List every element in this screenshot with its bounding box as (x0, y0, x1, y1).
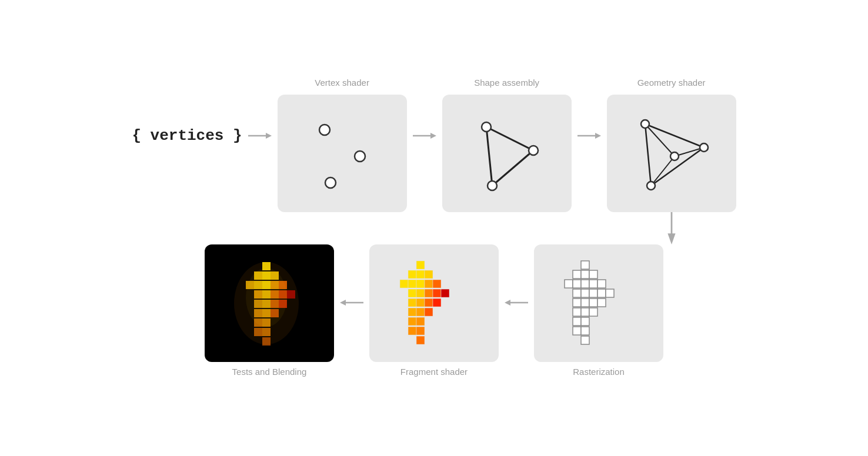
svg-rect-59 (416, 270, 425, 279)
svg-rect-103 (573, 308, 581, 316)
tests-blending-label: Tests and Blending (232, 367, 307, 377)
svg-line-15 (645, 124, 704, 147)
arrow-vertices-to-vertex-shader (242, 127, 278, 162)
svg-rect-77 (425, 308, 433, 316)
svg-rect-62 (408, 280, 416, 288)
svg-rect-68 (425, 289, 433, 297)
svg-rect-88 (589, 270, 597, 279)
svg-rect-87 (581, 270, 589, 279)
arrow-down-wrapper (607, 212, 736, 244)
svg-rect-57 (416, 261, 425, 269)
svg-marker-1 (266, 133, 272, 139)
shape-assembly-diagram (454, 103, 560, 203)
shape-assembly-stage: Shape assembly (442, 78, 572, 212)
fragment-shader-stage: Fragment shader (369, 244, 499, 379)
rasterization-stage: Rasterization (534, 244, 663, 379)
svg-rect-72 (416, 299, 425, 307)
svg-rect-94 (573, 289, 581, 297)
svg-rect-63 (416, 280, 425, 288)
shape-assembly-label: Shape assembly (474, 78, 539, 88)
svg-rect-80 (408, 327, 416, 335)
svg-rect-90 (573, 280, 581, 288)
pipeline-container: { vertices } Vertex shader (108, 66, 759, 391)
svg-rect-73 (425, 299, 433, 307)
vertex-shader-diagram (289, 103, 395, 203)
svg-rect-100 (581, 299, 589, 307)
svg-point-54 (246, 268, 287, 327)
svg-rect-71 (408, 299, 416, 307)
svg-rect-106 (573, 317, 581, 326)
svg-rect-85 (581, 261, 589, 269)
svg-point-10 (482, 122, 491, 132)
svg-point-12 (488, 181, 497, 190)
vertex-shader-label: Vertex shader (315, 78, 369, 88)
vertex-shader-stage: Vertex shader (278, 78, 407, 212)
svg-marker-56 (340, 300, 346, 306)
svg-rect-69 (433, 289, 441, 297)
arrow-raster-to-fragment (499, 294, 534, 329)
svg-rect-76 (416, 308, 425, 316)
svg-marker-26 (667, 233, 675, 244)
svg-rect-81 (416, 327, 425, 335)
svg-rect-105 (589, 308, 597, 316)
svg-rect-70 (441, 289, 449, 297)
svg-marker-14 (595, 133, 601, 139)
svg-line-9 (486, 127, 492, 186)
arrow-shape-to-geometry (572, 127, 607, 162)
svg-rect-67 (416, 289, 425, 297)
svg-rect-91 (581, 280, 589, 288)
geometry-shader-label: Geometry shader (637, 78, 706, 88)
svg-rect-82 (416, 336, 425, 344)
svg-point-11 (529, 146, 538, 155)
svg-line-18 (645, 124, 675, 156)
svg-rect-89 (565, 280, 573, 288)
geometry-shader-box (607, 95, 736, 212)
svg-rect-101 (589, 299, 597, 307)
fragment-shader-box (369, 244, 499, 362)
svg-rect-96 (589, 289, 597, 297)
svg-rect-93 (597, 280, 606, 288)
svg-rect-64 (425, 280, 433, 288)
geometry-shader-diagram (619, 103, 725, 203)
svg-rect-61 (400, 280, 408, 288)
svg-rect-110 (581, 336, 589, 344)
tests-blending-diagram (211, 250, 328, 356)
arrow-fragment-to-blending (334, 294, 369, 329)
svg-rect-60 (425, 270, 433, 279)
svg-line-7 (486, 127, 533, 150)
svg-point-24 (670, 152, 679, 160)
arrow-vertex-to-shape (407, 127, 442, 162)
svg-rect-99 (573, 299, 581, 307)
svg-point-22 (700, 143, 708, 152)
svg-point-3 (355, 151, 365, 162)
fragment-shader-label: Fragment shader (400, 367, 468, 377)
svg-marker-6 (430, 133, 436, 139)
svg-rect-66 (408, 289, 416, 297)
svg-rect-97 (597, 289, 606, 297)
fragment-shader-diagram (375, 250, 493, 356)
svg-rect-78 (408, 317, 416, 326)
svg-rect-92 (589, 280, 597, 288)
geometry-shader-stage: Geometry shader (607, 78, 736, 212)
vertices-label: { vertices } (132, 127, 242, 162)
svg-rect-75 (408, 308, 416, 316)
shape-assembly-box (442, 95, 572, 212)
svg-rect-58 (408, 270, 416, 279)
arrow-down-container (132, 212, 736, 244)
arrow-down-icon (663, 212, 680, 244)
svg-rect-102 (597, 299, 606, 307)
svg-marker-84 (505, 300, 510, 306)
svg-rect-109 (581, 327, 589, 335)
rasterization-label: Rasterization (573, 367, 625, 377)
bottom-row: Tests and Blending (205, 244, 663, 379)
vertex-shader-box (278, 95, 407, 212)
svg-rect-74 (433, 299, 441, 307)
svg-point-2 (319, 125, 330, 135)
top-row: { vertices } Vertex shader (132, 78, 736, 212)
svg-rect-108 (573, 327, 581, 335)
svg-point-21 (641, 120, 649, 128)
tests-blending-stage: Tests and Blending (205, 244, 334, 379)
svg-rect-98 (606, 289, 614, 297)
svg-rect-86 (573, 270, 581, 279)
svg-rect-65 (433, 280, 441, 288)
